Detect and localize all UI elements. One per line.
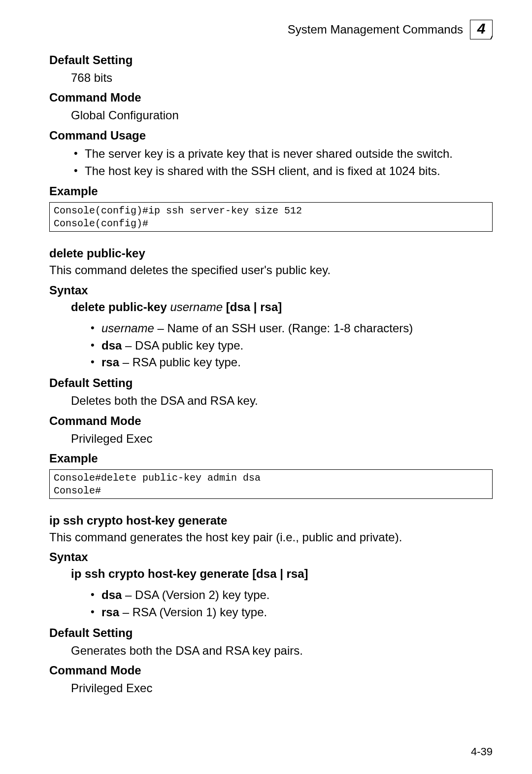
page-number: 4-39 <box>471 745 493 758</box>
syntax-keyword: ip ssh crypto host-key generate <box>71 567 249 580</box>
param-desc: – DSA public key type. <box>122 339 243 352</box>
command-description: This command deletes the specified user'… <box>49 262 493 278</box>
list-item: username – Name of an SSH user. (Range: … <box>88 320 493 337</box>
list-item: dsa – DSA (Version 2) key type. <box>88 587 493 604</box>
command-mode-value: Privileged Exec <box>71 680 493 696</box>
list-item: The server key is a private key that is … <box>71 145 493 163</box>
param-name: rsa <box>101 605 119 619</box>
syntax-heading: Syntax <box>49 550 493 564</box>
example-heading: Example <box>49 184 493 198</box>
param-desc: – Name of an SSH user. (Range: 1-8 chara… <box>154 321 413 335</box>
example-code-block: Console(config)#ip ssh server-key size 5… <box>49 202 493 232</box>
syntax-line: ip ssh crypto host-key generate [dsa | r… <box>71 567 493 581</box>
list-item: rsa – RSA public key type. <box>88 354 493 371</box>
param-name: username <box>101 321 154 335</box>
param-name: rsa <box>101 355 119 369</box>
default-setting-heading: Default Setting <box>49 53 493 67</box>
syntax-line: delete public-key username [dsa | rsa] <box>71 300 493 314</box>
syntax-keyword: delete public-key <box>71 300 167 314</box>
param-name: dsa <box>101 339 122 352</box>
header-title: System Management Commands <box>288 23 463 36</box>
command-usage-list: The server key is a private key that is … <box>71 145 493 180</box>
command-mode-heading: Command Mode <box>49 91 493 105</box>
command-mode-heading: Command Mode <box>49 414 493 428</box>
param-list: username – Name of an SSH user. (Range: … <box>88 320 493 371</box>
param-name: dsa <box>101 588 122 601</box>
example-heading: Example <box>49 452 493 465</box>
default-setting-heading: Default Setting <box>49 626 493 640</box>
page-header: System Management Commands 4 <box>49 20 493 39</box>
default-setting-value: 768 bits <box>71 70 493 86</box>
param-list: dsa – DSA (Version 2) key type. rsa – RS… <box>88 587 493 621</box>
command-description: This command generates the host key pair… <box>49 529 493 545</box>
page: System Management Commands 4 Default Set… <box>0 0 532 774</box>
list-item: rsa – RSA (Version 1) key type. <box>88 604 493 621</box>
syntax-param: username <box>170 300 223 314</box>
param-desc: – DSA (Version 2) key type. <box>122 588 269 601</box>
list-item: dsa – DSA public key type. <box>88 337 493 354</box>
syntax-heading: Syntax <box>49 283 493 297</box>
command-mode-value: Privileged Exec <box>71 431 493 447</box>
command-usage-heading: Command Usage <box>49 129 493 142</box>
command-mode-heading: Command Mode <box>49 664 493 677</box>
default-setting-value: Deletes both the DSA and RSA key. <box>71 393 493 409</box>
default-setting-value: Generates both the DSA and RSA key pairs… <box>71 643 493 659</box>
chapter-badge-icon: 4 <box>470 20 493 39</box>
list-item: The host key is shared with the SSH clie… <box>71 163 493 180</box>
command-title: delete public-key <box>49 246 493 260</box>
command-mode-value: Global Configuration <box>71 107 493 123</box>
param-desc: – RSA (Version 1) key type. <box>119 605 267 619</box>
syntax-options: [dsa | rsa] <box>252 567 308 580</box>
param-desc: – RSA public key type. <box>119 355 241 369</box>
chapter-number: 4 <box>477 20 486 37</box>
default-setting-heading: Default Setting <box>49 376 493 390</box>
command-title: ip ssh crypto host-key generate <box>49 514 493 528</box>
example-code-block: Console#delete public-key admin dsa Cons… <box>49 469 493 499</box>
syntax-options: [dsa | rsa] <box>226 300 282 314</box>
